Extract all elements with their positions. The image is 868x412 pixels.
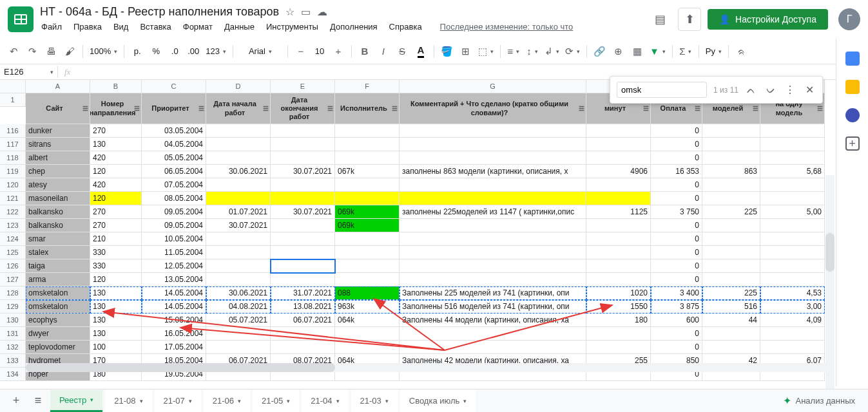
font-size-input[interactable]: 10 [311, 43, 328, 60]
font-size-increase[interactable]: + [330, 43, 347, 60]
sheet-tab[interactable]: 21-05▾ [253, 390, 299, 396]
cell-per[interactable] [760, 192, 825, 205]
link-button[interactable]: 🔗 [592, 43, 608, 60]
cell-min[interactable] [586, 151, 651, 165]
row-header[interactable]: 131 [0, 327, 26, 341]
cell-comment[interactable] [400, 341, 586, 354]
column-header-cell[interactable]: Дата начала работ☰ [206, 93, 271, 124]
script-button[interactable]: Py [704, 43, 724, 60]
addons-panel-icon[interactable]: + [845, 136, 860, 151]
cell-per[interactable]: 3,00 [760, 300, 825, 314]
cell-exec[interactable]: 069k [335, 219, 400, 232]
sheet-tab[interactable]: 21-04▾ [302, 390, 348, 396]
cell-mod[interactable]: 225 [702, 205, 760, 219]
column-header-cell[interactable]: Приоритет☰ [142, 93, 206, 124]
cell-end[interactable] [271, 219, 335, 232]
cell-num[interactable]: 130 [90, 314, 142, 327]
cell-start[interactable] [206, 259, 271, 273]
cell-exec[interactable]: 088 [335, 286, 400, 300]
sheet-tab[interactable]: 21-08▾ [105, 390, 151, 396]
cell-prio[interactable]: 06.05.2004 [142, 165, 206, 178]
cell-min[interactable] [586, 178, 651, 192]
cell-min[interactable] [586, 124, 651, 138]
filter-icon[interactable]: ☰ [392, 105, 398, 113]
row-header[interactable]: 118 [0, 151, 26, 165]
cell-comment[interactable] [400, 232, 586, 246]
filter-icon[interactable]: ☰ [753, 105, 758, 113]
chart-button[interactable]: ▦ [629, 43, 646, 60]
cell-per[interactable]: 4,09 [760, 314, 825, 327]
column-header-cell[interactable]: Дата окончания работ☰ [271, 93, 335, 124]
cell-prio[interactable]: 09.05.2004 [142, 219, 206, 232]
cell-end[interactable] [271, 259, 335, 273]
sheet-tab[interactable]: 21-06▾ [204, 390, 250, 396]
cell-num[interactable]: 270 [90, 124, 142, 138]
cell-prio[interactable]: 07.05.2004 [142, 178, 206, 192]
cell-exec[interactable] [335, 259, 400, 273]
cell-num[interactable]: 100 [90, 341, 142, 354]
cell-per[interactable] [760, 124, 825, 138]
cell-num[interactable]: 130 [90, 286, 142, 300]
cell-num[interactable]: 330 [90, 259, 142, 273]
share-button[interactable]: 👤 Настройки Доступа [708, 9, 828, 30]
cell-site[interactable]: ecophys [26, 314, 90, 327]
menu-format[interactable]: Формат [182, 20, 214, 33]
comment-button[interactable]: ⊕ [610, 43, 627, 60]
cell-pay[interactable]: 0 [651, 151, 702, 165]
cell-site[interactable]: omsketalon [26, 286, 90, 300]
cell-pay[interactable]: 0 [651, 192, 702, 205]
text-color-button[interactable]: A [412, 43, 429, 60]
cell-num[interactable]: 130 [90, 327, 142, 341]
cell-mod[interactable] [702, 192, 760, 205]
cell-mod[interactable] [702, 341, 760, 354]
row-header[interactable]: 128 [0, 286, 26, 300]
column-header-cell[interactable]: Исполнитель☰ [335, 93, 400, 124]
cell-site[interactable]: chep [26, 165, 90, 178]
col-header[interactable]: B [90, 80, 142, 93]
cell-min[interactable]: 1125 [586, 205, 651, 219]
cell-comment[interactable]: Заполнены 225 моделей из 741 (картинки, … [400, 286, 586, 300]
cell-exec[interactable] [335, 341, 400, 354]
find-close-button[interactable]: ✕ [803, 84, 816, 96]
col-header[interactable]: F [335, 80, 400, 93]
cell-comment[interactable] [400, 246, 586, 259]
filter-icon[interactable]: ☰ [82, 105, 88, 113]
cell-mod[interactable] [702, 124, 760, 138]
cell-min[interactable]: 1550 [586, 300, 651, 314]
sheet-tab[interactable]: Сводка июль▾ [400, 390, 476, 396]
cell-exec[interactable] [335, 232, 400, 246]
cell-min[interactable] [586, 246, 651, 259]
filter-icon[interactable]: ☰ [695, 105, 700, 113]
cell-site[interactable]: taiga [26, 259, 90, 273]
cell-prio[interactable]: 08.05.2004 [142, 192, 206, 205]
percent-button[interactable]: % [148, 43, 164, 60]
row-header[interactable]: 126 [0, 259, 26, 273]
col-header[interactable]: G [400, 80, 586, 93]
cell-exec[interactable] [335, 327, 400, 341]
column-header-cell[interactable]: Номер направления☰ [90, 93, 142, 124]
cell-site[interactable]: omsketalon [26, 300, 90, 314]
account-avatar[interactable]: Г [838, 8, 860, 30]
cell-prio[interactable]: 05.05.2004 [142, 151, 206, 165]
cell-exec[interactable]: 064k [335, 314, 400, 327]
cell-site[interactable]: arma [26, 273, 90, 286]
cell-comment[interactable]: заполнены 863 модели (картинки, описания… [400, 165, 586, 178]
cell-per[interactable] [760, 151, 825, 165]
cell-comment[interactable] [400, 192, 586, 205]
cell-prio[interactable]: 15.05.2004 [142, 314, 206, 327]
toolbar-expand-button[interactable]: ᨑ [733, 43, 750, 60]
cell-num[interactable]: 420 [90, 151, 142, 165]
cell-prio[interactable]: 12.05.2004 [142, 259, 206, 273]
star-icon[interactable]: ☆ [285, 6, 294, 18]
cell-exec[interactable]: 069k [335, 205, 400, 219]
menu-insert[interactable]: Вставка [139, 20, 172, 33]
cell-exec[interactable] [335, 192, 400, 205]
cell-per[interactable] [760, 327, 825, 341]
cell-prio[interactable]: 14.05.2004 [142, 286, 206, 300]
cell-pay[interactable]: 600 [651, 314, 702, 327]
cell-site[interactable]: dunker [26, 124, 90, 138]
cell-pay[interactable]: 0 [651, 178, 702, 192]
cell-end[interactable] [271, 246, 335, 259]
cell-prio[interactable]: 14.05.2004 [142, 300, 206, 314]
col-header[interactable]: E [271, 80, 335, 93]
